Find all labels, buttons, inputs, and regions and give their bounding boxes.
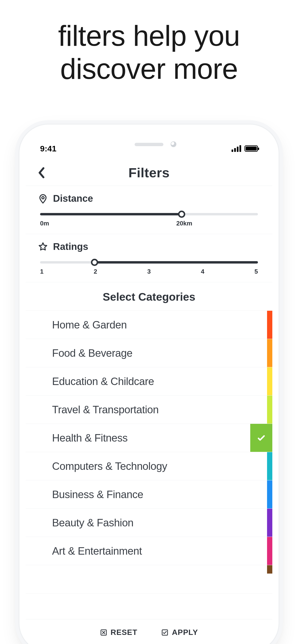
ratings-section: Ratings 12345 [26,234,272,282]
battery-icon [244,146,258,152]
category-label: Computers & Technology [52,460,167,472]
category-item[interactable]: Education & Childcare [26,367,272,396]
category-color-stripe [267,537,272,565]
category-label: Business & Finance [52,488,143,500]
category-color-stripe [267,480,272,508]
star-icon [38,242,48,252]
category-color-stripe [267,452,272,480]
category-selected-badge [250,424,272,452]
category-label: Travel & Transportation [52,404,159,416]
ratings-label: Ratings [53,241,88,252]
ratings-tick: 2 [94,268,97,275]
reset-label: RESET [111,628,137,637]
check-icon [256,433,266,443]
categories-list: Home & GardenFood & BeverageEducation & … [26,311,272,594]
x-square-icon [100,629,107,636]
cellular-signal-icon [232,145,241,152]
ratings-tick: 3 [147,268,151,275]
svg-point-0 [42,196,44,199]
category-item[interactable]: Home & Garden [26,311,272,339]
app-header: Filters [26,160,272,186]
distance-label: Distance [53,193,93,204]
status-bar: 9:41 [26,141,272,156]
distance-max-label: 20km [176,220,192,227]
ratings-slider[interactable] [40,261,258,264]
ratings-slider-thumb[interactable] [91,259,98,266]
category-color-stripe [267,339,272,367]
distance-slider-thumb[interactable] [178,210,185,218]
ratings-tick: 4 [201,268,204,275]
category-item[interactable] [26,565,272,594]
check-square-icon [161,629,169,636]
device-frame: 9:41 Filters [20,124,278,644]
category-item[interactable]: Computers & Technology [26,452,272,480]
chevron-left-icon [38,167,45,178]
category-label: Beauty & Fashion [52,517,133,529]
apply-button[interactable]: APPLY [161,628,198,637]
category-label: Art & Entertainment [52,545,142,557]
distance-section: Distance 0m 20km [26,186,272,234]
distance-min-label: 0m [40,220,49,227]
apply-label: APPLY [172,628,198,637]
page-title: Filters [128,165,170,180]
location-pin-icon [38,193,48,204]
status-time: 9:41 [40,144,56,153]
ratings-tick: 5 [255,268,258,275]
category-item[interactable]: Health & Fitness [26,424,272,452]
reset-button[interactable]: RESET [100,628,137,637]
category-item[interactable]: Art & Entertainment [26,537,272,565]
category-color-stripe [267,509,272,537]
footer-actions: RESET APPLY [26,619,272,644]
category-item[interactable]: Food & Beverage [26,339,272,367]
category-color-stripe [267,396,272,424]
categories-title: Select Categories [26,282,272,311]
category-item[interactable]: Business & Finance [26,480,272,509]
category-item[interactable]: Travel & Transportation [26,396,272,424]
back-button[interactable] [38,167,45,178]
category-label: Health & Fitness [52,432,128,444]
ratings-tick: 1 [40,268,43,275]
category-color-stripe [267,311,272,339]
distance-slider[interactable] [40,213,258,216]
category-label: Home & Garden [52,319,127,331]
category-color-stripe [267,367,272,395]
category-label: Education & Childcare [52,376,154,388]
marketing-tagline: filters help you discover more [0,19,298,85]
category-item[interactable]: Beauty & Fashion [26,509,272,537]
category-color-stripe [267,565,272,574]
category-label: Food & Beverage [52,347,132,359]
